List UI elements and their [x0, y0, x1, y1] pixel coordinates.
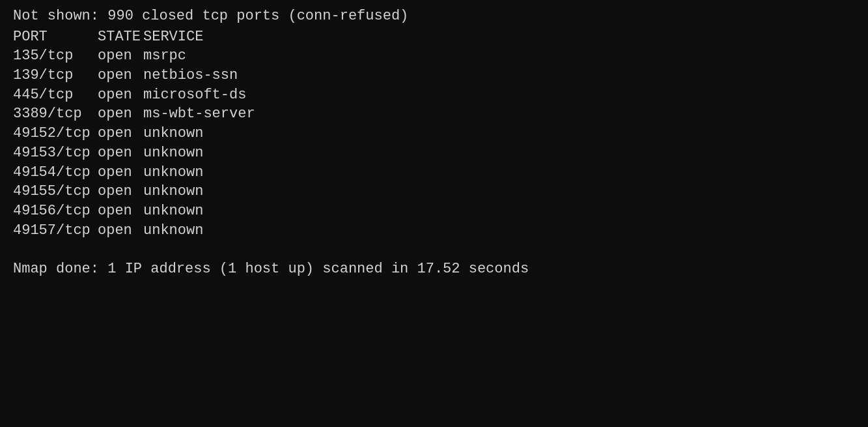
state-value: open [98, 143, 143, 163]
state-value: open [98, 46, 143, 66]
state-value: open [98, 85, 143, 105]
table-row: 49154/tcpopenunknown [13, 163, 855, 183]
table-row: 49152/tcpopenunknown [13, 124, 855, 143]
table-row: 49153/tcpopenunknown [13, 143, 855, 163]
footer-line: Nmap done: 1 IP address (1 host up) scan… [13, 259, 855, 279]
service-value: unknown [143, 143, 203, 163]
state-value: open [98, 124, 143, 143]
footer-text: Nmap done: 1 IP address (1 host up) scan… [13, 259, 529, 279]
table-row: 49155/tcpopenunknown [13, 182, 855, 201]
port-value: 49154/tcp [13, 163, 98, 183]
port-value: 49155/tcp [13, 182, 98, 201]
state-value: open [98, 201, 143, 221]
port-value: 139/tcp [13, 66, 98, 85]
port-value: 135/tcp [13, 46, 98, 66]
service-value: unknown [143, 163, 203, 183]
table-row: 49157/tcpopenunknown [13, 221, 855, 241]
table-row: 3389/tcpopenms-wbt-server [13, 104, 855, 124]
service-value: ms-wbt-server [143, 104, 255, 124]
port-header: PORT [13, 27, 98, 47]
service-value: unknown [143, 201, 203, 221]
state-header: STATE [98, 27, 143, 47]
port-value: 445/tcp [13, 85, 98, 105]
state-value: open [98, 104, 143, 124]
service-header: SERVICE [143, 27, 203, 47]
port-rows-container: 135/tcpopenmsrpc139/tcpopennetbios-ssn44… [13, 46, 855, 240]
table-row: 49156/tcpopenunknown [13, 201, 855, 221]
service-value: msrpc [143, 46, 186, 66]
service-value: netbios-ssn [143, 66, 238, 85]
state-value: open [98, 221, 143, 241]
table-row: 445/tcpopenmicrosoft-ds [13, 85, 855, 105]
port-value: 49157/tcp [13, 221, 98, 241]
column-headers: PORT STATE SERVICE [13, 27, 855, 47]
state-value: open [98, 182, 143, 201]
port-value: 49153/tcp [13, 143, 98, 163]
service-value: unknown [143, 124, 203, 143]
table-row: 135/tcpopenmsrpc [13, 46, 855, 66]
not-shown-text: Not shown: 990 closed tcp ports (conn-re… [13, 7, 408, 26]
table-row: 139/tcpopennetbios-ssn [13, 66, 855, 85]
spacer [13, 240, 855, 259]
port-value: 49152/tcp [13, 124, 98, 143]
state-value: open [98, 66, 143, 85]
not-shown-line: Not shown: 990 closed tcp ports (conn-re… [13, 7, 855, 26]
service-value: unknown [143, 221, 203, 241]
port-value: 3389/tcp [13, 104, 98, 124]
service-value: unknown [143, 182, 203, 201]
state-value: open [98, 163, 143, 183]
service-value: microsoft-ds [143, 85, 246, 105]
terminal-output: Not shown: 990 closed tcp ports (conn-re… [13, 7, 855, 279]
port-value: 49156/tcp [13, 201, 98, 221]
